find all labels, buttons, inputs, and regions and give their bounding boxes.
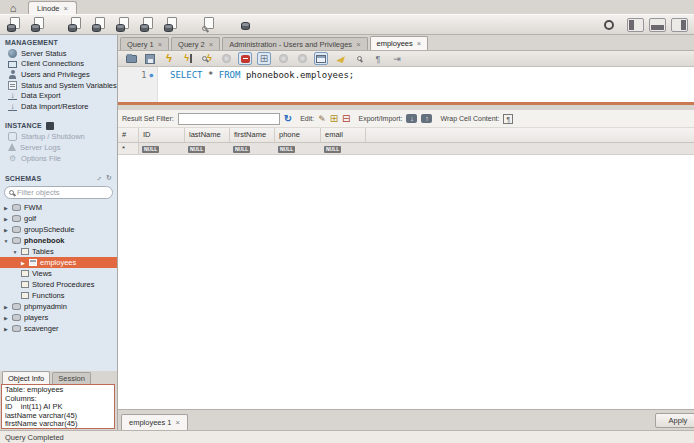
invisible-chars-icon[interactable]: ¶ [371, 52, 385, 65]
schema-node-golf[interactable]: ▶ golf [0, 213, 117, 224]
wrap-text-icon[interactable]: ⇥ [390, 52, 404, 65]
column-header-lastname[interactable]: lastName [185, 128, 230, 142]
schema-filter-input[interactable] [17, 188, 108, 197]
schemas-resize-icon[interactable]: ↔ [93, 173, 104, 184]
stop-on-error-toggle[interactable] [238, 52, 252, 65]
close-icon[interactable]: × [176, 418, 180, 427]
result-grid-empty-area[interactable] [118, 155, 694, 409]
tab-administration[interactable]: Administration - Users and Privileges × [222, 37, 367, 50]
commit-icon[interactable] [276, 52, 290, 65]
schema-node-phonebook[interactable]: ▼ phonebook [0, 235, 117, 246]
sidebar-item-server-status[interactable]: Server Status [0, 48, 117, 59]
tab-query-1[interactable]: Query 1 × [120, 37, 169, 50]
tab-object-info[interactable]: Object Info [2, 371, 50, 384]
edit-record-icon[interactable]: ✎ [318, 114, 326, 124]
reconnect-icon[interactable] [237, 17, 254, 32]
refresh-icon[interactable]: ↻ [284, 113, 292, 124]
tab-session[interactable]: Session [52, 372, 91, 384]
sql-editor[interactable]: 1 ● SELECT * FROM phonebook.employees; [118, 67, 694, 102]
sidebar-item-users-privileges[interactable]: Users and Privileges [0, 69, 117, 80]
column-header-firstname[interactable]: firstName [230, 128, 275, 142]
expand-arrow-icon[interactable]: ▶ [3, 205, 9, 211]
column-header-phone[interactable]: phone [275, 128, 321, 142]
new-schema-icon[interactable] [67, 17, 84, 32]
result-filter-input[interactable] [178, 113, 280, 125]
close-icon[interactable]: × [356, 40, 360, 49]
sql-code-line[interactable]: SELECT * FROM phonebook.employees; [158, 67, 354, 102]
cell-email[interactable]: NULL [321, 144, 366, 153]
column-header-rownum[interactable]: # [118, 128, 139, 142]
connection-tab[interactable]: Linode × [28, 1, 77, 14]
expand-arrow-icon[interactable]: ▶ [3, 304, 9, 310]
column-header-email[interactable]: email [321, 128, 366, 142]
close-icon[interactable]: × [417, 39, 421, 48]
new-query-tab-icon[interactable] [6, 17, 23, 32]
cell-firstname[interactable]: NULL [230, 144, 275, 153]
stop-icon[interactable] [219, 52, 233, 65]
schema-node-players[interactable]: ▶ players [0, 312, 117, 323]
new-table-icon[interactable] [91, 17, 108, 32]
expand-arrow-icon[interactable]: ▶ [3, 326, 9, 332]
close-icon[interactable]: × [209, 40, 213, 49]
inspector-icon[interactable] [200, 17, 217, 32]
tree-node-views[interactable]: Views [0, 268, 117, 279]
expand-arrow-icon[interactable]: ▶ [20, 260, 26, 266]
tree-node-functions[interactable]: Functions [0, 290, 117, 301]
home-tab-button[interactable]: ⌂ [4, 2, 22, 14]
open-script-icon[interactable] [124, 52, 138, 65]
save-script-icon[interactable] [143, 52, 157, 65]
sidebar-item-status-variables[interactable]: Status and System Variables [0, 80, 117, 91]
schemas-refresh-icon[interactable]: ↻ [106, 174, 112, 182]
toggle-right-sidebar-button[interactable] [671, 18, 688, 32]
cell-id[interactable]: NULL [139, 144, 185, 153]
beautify-icon[interactable] [333, 52, 347, 65]
sidebar-item-options-file[interactable]: ⚙ Options File [0, 153, 117, 164]
add-row-icon[interactable]: ⊞ [330, 113, 338, 124]
sidebar-item-client-connections[interactable]: Client Connections [0, 59, 117, 70]
schema-filter-box[interactable] [4, 186, 113, 199]
close-icon[interactable]: × [64, 4, 68, 13]
find-icon[interactable] [352, 52, 366, 65]
open-sql-script-icon[interactable] [30, 17, 47, 32]
cell-lastname[interactable]: NULL [185, 144, 230, 153]
tab-result-employees-1[interactable]: employees 1 × [121, 414, 188, 430]
delete-row-icon[interactable]: ⊟ [342, 113, 350, 124]
table-row[interactable]: * NULL NULL NULL NULL NULL [118, 143, 694, 155]
new-function-icon[interactable] [163, 17, 180, 32]
tree-node-tables[interactable]: ▼ Tables [0, 246, 117, 257]
expand-arrow-icon[interactable]: ▶ [3, 216, 9, 222]
close-icon[interactable]: × [158, 40, 162, 49]
limit-rows-toggle[interactable]: ⊞ [257, 52, 271, 65]
sidebar-item-startup-shutdown[interactable]: Startup / Shutdown [0, 132, 117, 143]
toggle-output-area-button[interactable] [649, 18, 666, 32]
tree-node-employees[interactable]: ▶ employees [0, 257, 117, 268]
autocommit-toggle[interactable] [314, 52, 328, 65]
tree-node-stored-procedures[interactable]: Stored Procedures [0, 279, 117, 290]
execute-current-icon[interactable]: ϟ [181, 52, 195, 65]
sidebar-item-data-export[interactable]: ↓ Data Export [0, 90, 117, 101]
new-procedure-icon[interactable] [139, 17, 156, 32]
sidebar-item-server-logs[interactable]: Server Logs [0, 142, 117, 153]
column-header-id[interactable]: ID [139, 128, 185, 142]
cell-phone[interactable]: NULL [275, 144, 321, 153]
import-icon[interactable]: ↑ [421, 114, 432, 123]
expand-arrow-icon[interactable]: ▶ [3, 315, 9, 321]
execute-icon[interactable]: ϟ [162, 52, 176, 65]
toggle-left-sidebar-button[interactable] [627, 18, 644, 32]
explain-icon[interactable]: ϟ [200, 52, 214, 65]
tab-employees[interactable]: employees × [370, 36, 429, 50]
schema-node-phpmyadmin[interactable]: ▶ phpmyadmin [0, 301, 117, 312]
wrap-cell-content-icon[interactable]: ¶ [503, 114, 513, 124]
collapse-arrow-icon[interactable]: ▼ [12, 249, 18, 255]
expand-arrow-icon[interactable]: ▶ [3, 227, 9, 233]
collapse-arrow-icon[interactable]: ▼ [3, 238, 9, 244]
rollback-icon[interactable] [295, 52, 309, 65]
export-icon[interactable]: ↓ [406, 114, 417, 123]
sidebar-item-data-import[interactable]: ↓ Data Import/Restore [0, 101, 117, 112]
new-view-icon[interactable] [115, 17, 132, 32]
tab-query-2[interactable]: Query 2 × [171, 37, 220, 50]
apply-button[interactable]: Apply [655, 413, 694, 428]
schema-node-groupschedule[interactable]: ▶ groupSchedule [0, 224, 117, 235]
schema-node-fwm[interactable]: ▶ FWM [0, 202, 117, 213]
schema-node-scavenger[interactable]: ▶ scavenger [0, 323, 117, 334]
